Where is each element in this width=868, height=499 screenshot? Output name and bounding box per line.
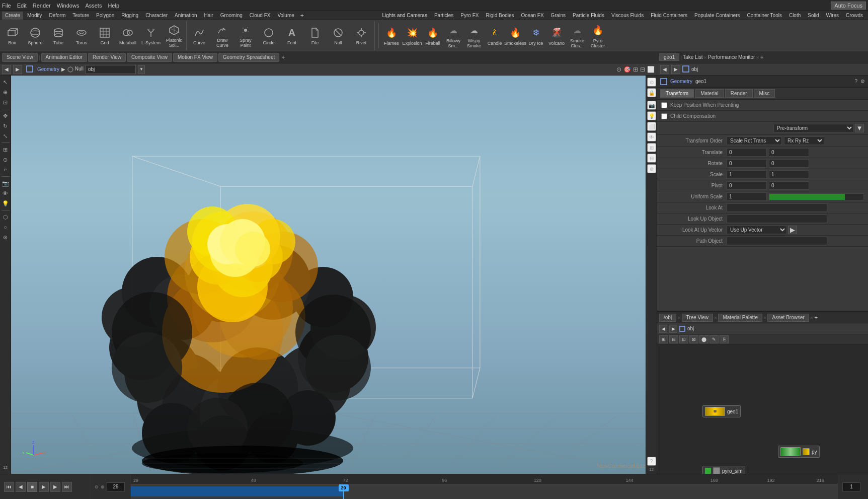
obj-forward[interactable]: ▶ <box>669 325 677 333</box>
tool-curve[interactable]: Curve <box>188 21 210 50</box>
tab-composite-view[interactable]: Composite View <box>127 53 172 62</box>
tab-rigging[interactable]: Rigging <box>118 12 141 20</box>
cat-wires[interactable]: Wires <box>823 12 842 20</box>
pivot-x[interactable] <box>727 181 767 190</box>
add-panel-btn[interactable]: + <box>760 54 764 61</box>
left-tool-handle[interactable]: ⊞ <box>1 145 10 154</box>
fx-billowy[interactable]: ☁ Billowy Sm... <box>443 21 463 50</box>
fx-smoke-clus[interactable]: ☁ Smoke Clus... <box>567 21 587 50</box>
cat-particle-fluids[interactable]: Particle Fluids <box>570 12 607 20</box>
tab-render-view[interactable]: Render View <box>88 53 126 62</box>
tool-circle[interactable]: Circle <box>258 21 280 50</box>
fx-smokeless[interactable]: 🔥 Smokeless <box>505 21 525 50</box>
node-pyrosim[interactable]: pyro_sim <box>702 466 745 474</box>
cat-grains[interactable]: Grains <box>548 12 569 20</box>
left-tool-vis[interactable]: 👁 <box>1 189 10 198</box>
geo1-label[interactable]: geo1 <box>659 53 679 61</box>
cat-rigid-bodies[interactable]: Rigid Bodies <box>483 12 517 20</box>
tool-draw-curve[interactable]: Draw Curve <box>211 21 233 50</box>
left-tool-parm[interactable]: P <box>1 165 10 174</box>
rotate-x[interactable] <box>727 159 767 168</box>
fx-volcano[interactable]: 🌋 Volcano <box>546 21 567 50</box>
translate-x[interactable] <box>727 148 767 157</box>
path-object-input[interactable] <box>727 237 827 245</box>
tool-font[interactable]: A Font <box>281 21 303 50</box>
menu-file[interactable]: File <box>2 3 11 9</box>
timeline-track[interactable]: 29 48 72 96 120 144 168 192 216 29 <box>131 474 838 499</box>
transport-play[interactable]: ▶ <box>39 482 49 492</box>
left-tool-num[interactable]: 12 <box>1 463 10 472</box>
tab-grooming[interactable]: Grooming <box>217 12 246 20</box>
tab-animation[interactable]: Animation <box>172 12 200 20</box>
path-dropdown[interactable]: ▼ <box>138 65 145 74</box>
left-tool-rotate[interactable]: ↻ <box>1 121 10 130</box>
forward-btn[interactable]: ▶ <box>13 65 22 74</box>
left-tool-obj[interactable]: ○ <box>1 223 10 232</box>
cat-pyro-fx[interactable]: Pyro FX <box>457 12 482 20</box>
left-tool-select3[interactable]: ⊡ <box>1 98 10 107</box>
add-viewer-tab[interactable]: + <box>281 54 285 61</box>
cat-viscous-fluids[interactable]: Viscous Fluids <box>608 12 647 20</box>
fx-explosion[interactable]: 💥 Explosion <box>402 21 422 50</box>
tab-motion-fx[interactable]: Motion FX View <box>173 53 217 62</box>
props-tab-material[interactable]: Material <box>695 89 724 98</box>
viewport-icon-4[interactable]: ⊟ <box>640 66 645 73</box>
transport-step-back[interactable]: ◀ <box>16 482 26 492</box>
menu-assets[interactable]: Assets <box>85 3 102 9</box>
tab-character[interactable]: Character <box>142 12 171 20</box>
cat-cloth[interactable]: Cloth <box>786 12 804 20</box>
obj-tab-obj[interactable]: /obj <box>659 314 676 322</box>
tab-volume[interactable]: Volume <box>274 12 297 20</box>
add-tab-btn[interactable]: + <box>300 12 304 19</box>
tab-geo-spreadsheet[interactable]: Geometry Spreadsheet <box>218 53 279 62</box>
tab-deform[interactable]: Deform <box>46 12 68 20</box>
vpr-snap[interactable]: ⊕ <box>647 164 656 173</box>
tab-hair[interactable]: Hair <box>201 12 216 20</box>
menu-edit[interactable]: Edit <box>17 3 27 9</box>
look-at-input[interactable] <box>727 203 827 212</box>
left-tool-cam[interactable]: 📷 <box>1 179 10 188</box>
left-tool-move[interactable]: ✥ <box>1 111 10 120</box>
tool-spray-paint[interactable]: Spray Paint <box>234 21 257 50</box>
fx-wispy[interactable]: ☁ Wispy Smoke <box>464 21 484 50</box>
obj-tool-5[interactable]: ⬤ <box>699 335 708 343</box>
props-tab-transform[interactable]: Transform <box>660 89 694 98</box>
tool-platonic[interactable]: Platonic Sol... <box>163 21 185 50</box>
props-back-btn[interactable]: ◀ <box>660 65 669 74</box>
obj-tool-6[interactable]: ✎ <box>709 335 719 343</box>
pre-transform-btn[interactable]: ▼ <box>855 124 864 132</box>
tab-create[interactable]: Create <box>2 12 23 20</box>
vpr-bg[interactable]: ⬜ <box>647 122 656 131</box>
viewport-icon-2[interactable]: 🎯 <box>623 66 631 73</box>
vpr-lock[interactable]: 🔒 <box>647 88 656 97</box>
left-tool-dyn[interactable]: ⊛ <box>1 233 10 242</box>
fx-dry-ice[interactable]: ❄ Dry Ice <box>526 21 546 50</box>
tool-rivet[interactable]: Rivet <box>350 21 372 50</box>
props-tab-misc[interactable]: Misc <box>754 89 775 98</box>
vpr-light[interactable]: 💡 <box>647 111 656 120</box>
tool-sphere[interactable]: Sphere <box>24 21 46 50</box>
menu-windows[interactable]: Windows <box>57 3 80 9</box>
tab-cloud-fx[interactable]: Cloud FX <box>247 12 274 20</box>
cat-container-tools[interactable]: Container Tools <box>744 12 785 20</box>
scale-x[interactable] <box>727 170 767 179</box>
tab-texture[interactable]: Texture <box>69 12 92 20</box>
scale-y[interactable] <box>769 170 809 179</box>
pre-transform-select[interactable]: Pre-transform <box>773 124 854 132</box>
transport-start[interactable]: ⏮ <box>4 482 14 492</box>
up-vector-btn[interactable]: ▶ <box>788 226 797 234</box>
viewport-icon-1[interactable]: ⊙ <box>616 66 621 73</box>
uniform-scale-input[interactable] <box>727 192 767 201</box>
translate-y[interactable] <box>769 148 809 157</box>
fx-flames[interactable]: 🔥 Flames <box>381 21 402 50</box>
obj-tool-3[interactable]: ⊡ <box>679 335 688 343</box>
transport-end[interactable]: ⏭ <box>62 482 72 492</box>
look-up-object-input[interactable] <box>727 215 827 223</box>
fx-candle[interactable]: 🕯 Candle <box>485 21 505 50</box>
add-obj-tab[interactable]: + <box>814 314 818 321</box>
left-tool-snap[interactable]: ⊙ <box>1 155 10 164</box>
vpr-cam[interactable]: 📷 <box>647 101 656 110</box>
tab-scene-view[interactable]: Scene View <box>2 53 38 62</box>
take-list[interactable]: Take List <box>683 54 702 60</box>
obj-back[interactable]: ◀ <box>659 325 667 333</box>
